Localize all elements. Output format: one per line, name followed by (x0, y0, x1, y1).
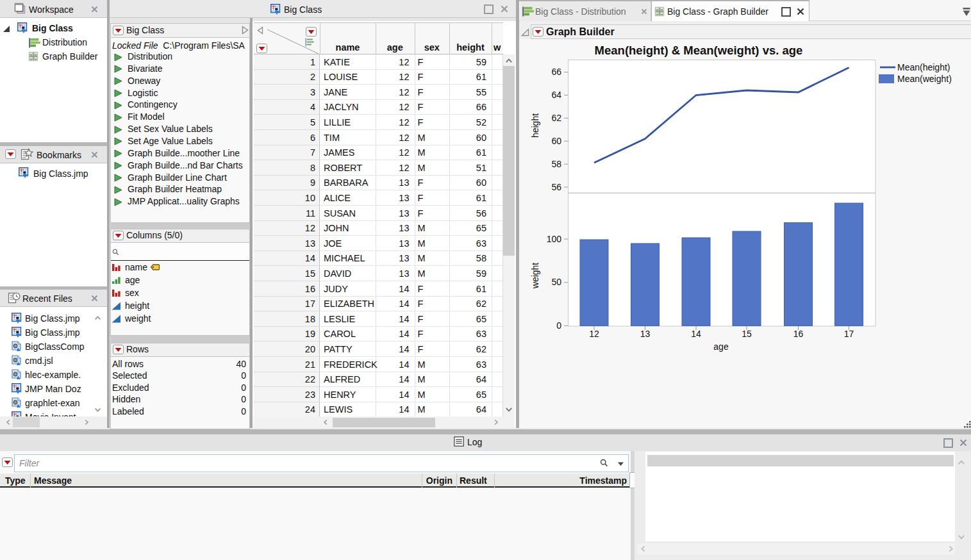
svg-text:age: age (713, 342, 729, 352)
svg-text:17: 17 (844, 329, 854, 339)
svg-text:58: 58 (551, 159, 561, 169)
svg-text:50: 50 (551, 277, 561, 287)
svg-text:60: 60 (551, 136, 561, 146)
svg-text:100: 100 (547, 234, 562, 244)
svg-text:0: 0 (556, 320, 561, 331)
svg-text:12: 12 (589, 329, 599, 339)
svg-text:15: 15 (742, 329, 752, 339)
svg-text:Mean(weight): Mean(weight) (897, 74, 952, 84)
svg-text:16: 16 (793, 329, 804, 339)
svg-text:66: 66 (551, 67, 561, 77)
svg-text:14: 14 (691, 329, 701, 339)
svg-text:Mean(height): Mean(height) (897, 62, 950, 72)
svg-text:height: height (530, 113, 540, 138)
svg-text:56: 56 (551, 182, 561, 192)
svg-text:weight: weight (530, 263, 540, 290)
svg-text:64: 64 (551, 90, 561, 100)
svg-text:Mean(height) & Mean(weight) vs: Mean(height) & Mean(weight) vs. age (595, 44, 803, 57)
svg-text:62: 62 (551, 113, 561, 123)
svg-text:13: 13 (640, 329, 651, 339)
